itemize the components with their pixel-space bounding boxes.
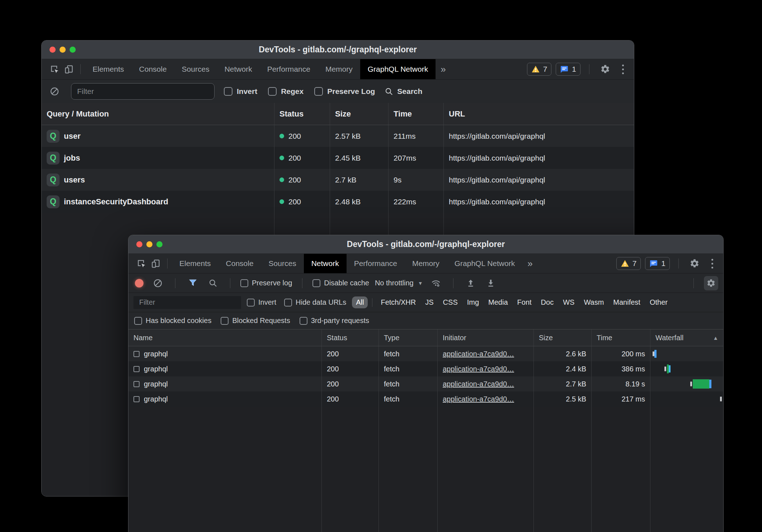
filter-chip-fetch-xhr[interactable]: Fetch/XHR — [377, 296, 420, 308]
tab-network[interactable]: Network — [217, 59, 260, 79]
graphql-row-instancesecuritydashboard[interactable]: QinstanceSecurityDashboard2002.48 kB222m… — [42, 191, 634, 213]
filter-chip-img[interactable]: Img — [463, 296, 483, 308]
export-har-button[interactable] — [484, 276, 498, 290]
zoom-button[interactable] — [156, 241, 163, 247]
issues-badge[interactable]: 1 — [556, 63, 580, 76]
settings-button[interactable] — [598, 62, 612, 76]
graphql-row-jobs[interactable]: Qjobs2002.45 kB207mshttps://gitlab.com/a… — [42, 147, 634, 169]
network-row-graphql[interactable]: graphql200fetchapplication-a7ca9d0…2.4 k… — [128, 361, 723, 376]
preserve-log-checkbox[interactable]: Preserve log — [240, 279, 292, 287]
titlebar[interactable]: DevTools - gitlab.com/-/graphql-explorer — [42, 41, 634, 59]
search-button[interactable] — [206, 276, 220, 290]
initiator-link[interactable]: application-a7ca9d0… — [443, 350, 514, 358]
device-toolbar-button[interactable] — [149, 256, 163, 271]
column-header-type[interactable]: Type — [379, 329, 438, 346]
filter-chip-media[interactable]: Media — [484, 296, 512, 308]
disable-cache-checkbox[interactable]: Disable cache — [312, 279, 369, 287]
graphql-preserve-log-checkbox[interactable]: Preserve Log — [314, 87, 375, 96]
option-blocked-requests-checkbox[interactable]: Blocked Requests — [221, 317, 290, 325]
option-has-blocked-cookies-checkbox[interactable]: Has blocked cookies — [134, 317, 211, 325]
close-button[interactable] — [136, 241, 142, 247]
more-options-button[interactable] — [706, 256, 718, 271]
tab-memory[interactable]: Memory — [318, 59, 360, 79]
column-header-name[interactable]: Name — [128, 329, 322, 346]
column-header-time[interactable]: Time — [389, 103, 444, 125]
throttling-select[interactable]: No throttling ▼ — [375, 279, 423, 287]
filter-chip-js[interactable]: JS — [421, 296, 437, 308]
filter-chip-css[interactable]: CSS — [439, 296, 462, 308]
network-conditions-button[interactable] — [429, 276, 443, 290]
column-header-size[interactable]: Size — [534, 329, 592, 346]
tab-performance[interactable]: Performance — [347, 254, 405, 273]
initiator-link[interactable]: application-a7ca9d0… — [443, 365, 514, 373]
tab-graphql-network[interactable]: GraphQL Network — [447, 254, 522, 273]
tab-sources[interactable]: Sources — [174, 59, 217, 79]
tab-elements[interactable]: Elements — [85, 59, 132, 79]
more-options-button[interactable] — [617, 62, 629, 76]
tab-memory[interactable]: Memory — [405, 254, 447, 273]
initiator-link[interactable]: application-a7ca9d0… — [443, 395, 514, 403]
settings-button[interactable] — [687, 256, 702, 271]
column-header-url[interactable]: URL — [444, 103, 634, 125]
filter-input[interactable] — [133, 296, 241, 309]
row-checkbox[interactable] — [133, 396, 140, 402]
clear-button[interactable] — [151, 276, 165, 290]
inspect-element-button[interactable] — [134, 256, 149, 271]
device-toolbar-button[interactable] — [62, 62, 76, 76]
more-tabs-button[interactable]: » — [436, 64, 451, 75]
column-header-initiator[interactable]: Initiator — [438, 329, 534, 346]
status-cell: 200 — [274, 147, 330, 169]
issues-badge[interactable]: 1 — [645, 257, 670, 270]
filter-chip-doc[interactable]: Doc — [537, 296, 558, 308]
column-header-status[interactable]: Status — [322, 329, 379, 346]
tab-console[interactable]: Console — [132, 59, 174, 79]
network-row-graphql[interactable]: graphql200fetchapplication-a7ca9d0…2.5 k… — [128, 391, 723, 407]
filter-chip-wasm[interactable]: Wasm — [580, 296, 608, 308]
warnings-badge[interactable]: 7 — [616, 257, 641, 270]
tab-sources[interactable]: Sources — [261, 254, 304, 273]
network-row-graphql[interactable]: graphql200fetchapplication-a7ca9d0…2.7 k… — [128, 376, 723, 391]
column-header-status[interactable]: Status — [274, 103, 330, 125]
row-checkbox[interactable] — [133, 366, 140, 372]
graphql-row-user[interactable]: Quser2002.57 kB211mshttps://gitlab.com/a… — [42, 125, 634, 147]
record-button[interactable] — [135, 279, 144, 288]
filter-chip-manifest[interactable]: Manifest — [609, 296, 644, 308]
column-header-time[interactable]: Time — [592, 329, 650, 346]
more-tabs-button[interactable]: » — [522, 258, 537, 269]
graphql-row-users[interactable]: Qusers2002.7 kB9shttps://gitlab.com/api/… — [42, 169, 634, 191]
tab-performance[interactable]: Performance — [260, 59, 318, 79]
tab-graphql-network[interactable]: GraphQL Network — [360, 59, 436, 79]
filter-chip-ws[interactable]: WS — [559, 296, 578, 308]
column-header-query-mutation[interactable]: Query / Mutation — [42, 103, 274, 125]
titlebar[interactable]: DevTools - gitlab.com/-/graphql-explorer — [128, 235, 723, 254]
minimize-button[interactable] — [60, 47, 66, 53]
inspect-element-button[interactable] — [47, 62, 62, 76]
row-checkbox[interactable] — [133, 351, 140, 357]
network-settings-button[interactable] — [704, 276, 718, 290]
network-row-graphql[interactable]: graphql200fetchapplication-a7ca9d0…2.6 k… — [128, 346, 723, 361]
close-button[interactable] — [50, 47, 56, 53]
filter-input[interactable] — [71, 83, 215, 100]
minimize-button[interactable] — [146, 241, 152, 247]
tab-elements[interactable]: Elements — [172, 254, 218, 273]
filter-toggle-button[interactable] — [185, 276, 200, 290]
column-header-size[interactable]: Size — [330, 103, 389, 125]
network-hide-data-urls-checkbox[interactable]: Hide data URLs — [284, 298, 346, 307]
tab-console[interactable]: Console — [218, 254, 261, 273]
filter-chip-other[interactable]: Other — [646, 296, 672, 308]
search-button[interactable]: Search — [384, 87, 422, 96]
zoom-button[interactable] — [70, 47, 76, 53]
tab-network[interactable]: Network — [304, 254, 347, 273]
initiator-link[interactable]: application-a7ca9d0… — [443, 380, 514, 388]
import-har-button[interactable] — [464, 276, 478, 290]
filter-chip-all[interactable]: All — [352, 296, 368, 308]
network-invert-checkbox[interactable]: Invert — [247, 298, 276, 307]
row-checkbox[interactable] — [133, 381, 140, 387]
column-header-waterfall[interactable]: Waterfall▲ — [650, 329, 723, 346]
option-3rd-party-requests-checkbox[interactable]: 3rd-party requests — [300, 317, 369, 325]
graphql-invert-checkbox[interactable]: Invert — [224, 87, 257, 96]
warnings-badge[interactable]: 7 — [527, 63, 552, 76]
clear-button[interactable] — [47, 84, 62, 99]
filter-chip-font[interactable]: Font — [513, 296, 536, 308]
graphql-regex-checkbox[interactable]: Regex — [268, 87, 304, 96]
